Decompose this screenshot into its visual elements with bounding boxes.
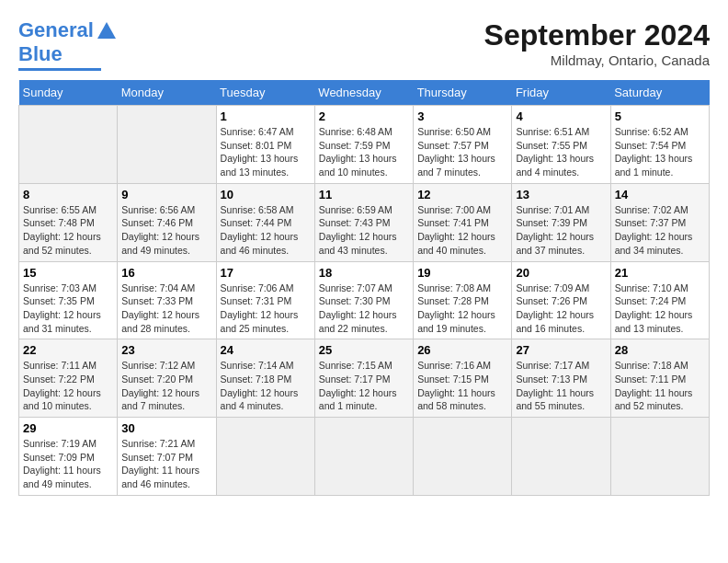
calendar-week-1: 8 Sunrise: 6:55 AM Sunset: 7:48 PM Dayli… — [19, 183, 710, 261]
calendar-week-3: 22 Sunrise: 7:11 AM Sunset: 7:22 PM Dayl… — [19, 339, 710, 418]
calendar-cell: 9 Sunrise: 6:56 AM Sunset: 7:46 PM Dayli… — [118, 183, 216, 261]
calendar-cell — [512, 418, 610, 496]
day-info: Sunrise: 7:00 AM Sunset: 7:41 PM Dayligh… — [417, 203, 507, 258]
day-info: Sunrise: 7:06 AM Sunset: 7:31 PM Dayligh… — [221, 282, 311, 336]
day-number: 1 — [221, 109, 311, 123]
day-info: Sunrise: 7:04 AM Sunset: 7:33 PM Dayligh… — [121, 282, 211, 336]
page-header: General Blue September 2024 Mildmay, Ont… — [18, 18, 710, 71]
day-number: 24 — [221, 343, 311, 357]
calendar-week-4: 29 Sunrise: 7:19 AM Sunset: 7:09 PM Dayl… — [19, 418, 710, 496]
calendar-cell: 26 Sunrise: 7:16 AM Sunset: 7:15 PM Dayl… — [414, 339, 512, 418]
day-number: 8 — [23, 188, 113, 201]
day-info: Sunrise: 6:47 AM Sunset: 8:01 PM Dayligh… — [221, 125, 311, 179]
day-number: 5 — [615, 109, 705, 123]
calendar-cell: 19 Sunrise: 7:08 AM Sunset: 7:28 PM Dayl… — [414, 261, 512, 339]
calendar-cell: 8 Sunrise: 6:55 AM Sunset: 7:48 PM Dayli… — [19, 183, 118, 261]
day-info: Sunrise: 6:55 AM Sunset: 7:48 PM Dayligh… — [23, 203, 113, 258]
day-info: Sunrise: 6:51 AM Sunset: 7:55 PM Dayligh… — [516, 125, 606, 179]
weekday-header-saturday: Saturday — [610, 80, 709, 106]
day-info: Sunrise: 6:56 AM Sunset: 7:46 PM Dayligh… — [121, 203, 211, 258]
calendar-week-0: 1 Sunrise: 6:47 AM Sunset: 8:01 PM Dayli… — [19, 106, 710, 184]
day-number: 30 — [121, 421, 211, 435]
day-info: Sunrise: 7:17 AM Sunset: 7:13 PM Dayligh… — [516, 359, 606, 413]
calendar-cell: 1 Sunrise: 6:47 AM Sunset: 8:01 PM Dayli… — [216, 106, 314, 184]
calendar-cell: 2 Sunrise: 6:48 AM Sunset: 7:59 PM Dayli… — [314, 106, 413, 184]
calendar-cell: 5 Sunrise: 6:52 AM Sunset: 7:54 PM Dayli… — [610, 106, 709, 184]
day-info: Sunrise: 7:03 AM Sunset: 7:35 PM Dayligh… — [23, 282, 113, 336]
logo-text: General — [18, 18, 94, 42]
calendar-cell: 13 Sunrise: 7:01 AM Sunset: 7:39 PM Dayl… — [512, 183, 610, 261]
calendar-cell: 22 Sunrise: 7:11 AM Sunset: 7:22 PM Dayl… — [19, 339, 118, 418]
day-info: Sunrise: 6:48 AM Sunset: 7:59 PM Dayligh… — [319, 125, 409, 179]
day-number: 22 — [23, 343, 113, 357]
day-number: 19 — [417, 266, 507, 280]
day-info: Sunrise: 7:09 AM Sunset: 7:26 PM Dayligh… — [516, 282, 606, 336]
day-info: Sunrise: 6:58 AM Sunset: 7:44 PM Dayligh… — [221, 203, 311, 258]
day-number: 15 — [23, 266, 113, 280]
day-info: Sunrise: 7:02 AM Sunset: 7:37 PM Dayligh… — [615, 203, 705, 258]
calendar-cell: 20 Sunrise: 7:09 AM Sunset: 7:26 PM Dayl… — [512, 261, 610, 339]
day-info: Sunrise: 6:52 AM Sunset: 7:54 PM Dayligh… — [615, 125, 705, 179]
calendar-cell: 18 Sunrise: 7:07 AM Sunset: 7:30 PM Dayl… — [314, 261, 413, 339]
day-info: Sunrise: 7:07 AM Sunset: 7:30 PM Dayligh… — [319, 282, 409, 336]
day-number: 14 — [615, 188, 705, 201]
day-number: 26 — [417, 343, 507, 357]
calendar-cell: 3 Sunrise: 6:50 AM Sunset: 7:57 PM Dayli… — [414, 106, 512, 184]
logo-blue-text: Blue — [18, 42, 63, 66]
day-number: 20 — [516, 266, 606, 280]
calendar-cell — [118, 106, 216, 184]
month-title: September 2024 — [484, 18, 710, 52]
day-number: 25 — [319, 343, 409, 357]
day-number: 13 — [516, 188, 606, 201]
day-info: Sunrise: 7:11 AM Sunset: 7:22 PM Dayligh… — [23, 359, 113, 413]
weekday-header-monday: Monday — [118, 80, 216, 106]
calendar-cell: 25 Sunrise: 7:15 AM Sunset: 7:17 PM Dayl… — [314, 339, 413, 418]
weekday-header-sunday: Sunday — [19, 80, 118, 106]
day-number: 27 — [516, 343, 606, 357]
calendar-cell: 15 Sunrise: 7:03 AM Sunset: 7:35 PM Dayl… — [19, 261, 118, 339]
day-info: Sunrise: 7:14 AM Sunset: 7:18 PM Dayligh… — [221, 359, 311, 413]
day-info: Sunrise: 6:50 AM Sunset: 7:57 PM Dayligh… — [417, 125, 507, 179]
calendar-cell: 17 Sunrise: 7:06 AM Sunset: 7:31 PM Dayl… — [216, 261, 314, 339]
day-info: Sunrise: 7:10 AM Sunset: 7:24 PM Dayligh… — [615, 282, 705, 336]
calendar-cell: 30 Sunrise: 7:21 AM Sunset: 7:07 PM Dayl… — [118, 418, 216, 496]
day-number: 2 — [319, 109, 409, 123]
day-number: 9 — [121, 188, 211, 201]
day-info: Sunrise: 7:19 AM Sunset: 7:09 PM Dayligh… — [23, 437, 113, 491]
weekday-header-wednesday: Wednesday — [314, 80, 413, 106]
logo-underline — [18, 68, 101, 71]
calendar-cell: 4 Sunrise: 6:51 AM Sunset: 7:55 PM Dayli… — [512, 106, 610, 184]
day-number: 23 — [121, 343, 211, 357]
calendar-cell: 14 Sunrise: 7:02 AM Sunset: 7:37 PM Dayl… — [610, 183, 709, 261]
day-number: 18 — [319, 266, 409, 280]
calendar-cell: 29 Sunrise: 7:19 AM Sunset: 7:09 PM Dayl… — [19, 418, 118, 496]
weekday-header-friday: Friday — [512, 80, 610, 106]
calendar-cell — [19, 106, 118, 184]
day-number: 29 — [23, 421, 113, 435]
day-number: 28 — [615, 343, 705, 357]
calendar-week-2: 15 Sunrise: 7:03 AM Sunset: 7:35 PM Dayl… — [19, 261, 710, 339]
calendar-cell: 16 Sunrise: 7:04 AM Sunset: 7:33 PM Dayl… — [118, 261, 216, 339]
day-info: Sunrise: 7:15 AM Sunset: 7:17 PM Dayligh… — [319, 359, 409, 413]
day-number: 12 — [417, 188, 507, 201]
day-info: Sunrise: 7:12 AM Sunset: 7:20 PM Dayligh… — [121, 359, 211, 413]
calendar-cell: 28 Sunrise: 7:18 AM Sunset: 7:11 PM Dayl… — [610, 339, 709, 418]
day-info: Sunrise: 7:01 AM Sunset: 7:39 PM Dayligh… — [516, 203, 606, 258]
calendar-cell — [610, 418, 709, 496]
location: Mildmay, Ontario, Canada — [484, 52, 710, 68]
weekday-header-tuesday: Tuesday — [216, 80, 314, 106]
calendar-cell: 27 Sunrise: 7:17 AM Sunset: 7:13 PM Dayl… — [512, 339, 610, 418]
calendar-cell — [216, 418, 314, 496]
day-number: 16 — [121, 266, 211, 280]
logo: General Blue — [18, 18, 116, 71]
calendar-cell: 23 Sunrise: 7:12 AM Sunset: 7:20 PM Dayl… — [118, 339, 216, 418]
day-info: Sunrise: 7:16 AM Sunset: 7:15 PM Dayligh… — [417, 359, 507, 413]
day-info: Sunrise: 7:18 AM Sunset: 7:11 PM Dayligh… — [615, 359, 705, 413]
day-number: 10 — [221, 188, 311, 201]
calendar-cell: 10 Sunrise: 6:58 AM Sunset: 7:44 PM Dayl… — [216, 183, 314, 261]
calendar-cell — [314, 418, 413, 496]
calendar-cell: 11 Sunrise: 6:59 AM Sunset: 7:43 PM Dayl… — [314, 183, 413, 261]
day-info: Sunrise: 7:21 AM Sunset: 7:07 PM Dayligh… — [121, 437, 211, 491]
day-number: 11 — [319, 188, 409, 201]
calendar-cell: 24 Sunrise: 7:14 AM Sunset: 7:18 PM Dayl… — [216, 339, 314, 418]
